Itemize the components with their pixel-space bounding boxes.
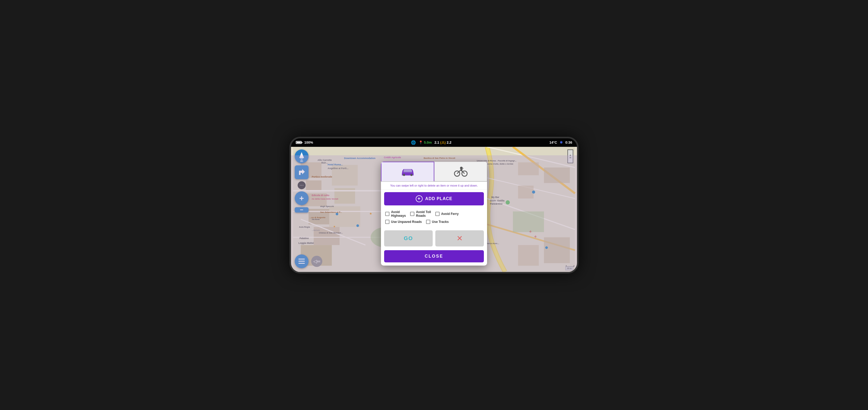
checkbox-unpaved-roads[interactable] <box>385 220 390 224</box>
checkbox-avoid-ferry[interactable] <box>435 212 440 216</box>
action-buttons: GO ✕ <box>384 230 484 246</box>
phone-frame: 100% 🌐 📍 5.0m 2.1 (⚠) 2.2 14°C ✱ 0:36 <box>289 137 579 274</box>
option-avoid-ferry[interactable]: Avoid Ferry <box>435 212 459 216</box>
speed-display: 2.1 (⚠) 2.2 <box>435 140 452 144</box>
go-button[interactable]: GO <box>384 230 433 246</box>
cancel-x-icon: ✕ <box>457 234 463 243</box>
battery-icon <box>296 141 302 144</box>
option-avoid-highways[interactable]: AvoidHighways <box>385 210 406 217</box>
bike-icon <box>453 166 469 177</box>
status-bar: 100% 🌐 📍 5.0m 2.1 (⚠) 2.2 14°C ✱ 0:36 <box>291 138 577 147</box>
add-place-plus-icon: + <box>416 195 423 202</box>
car-icon <box>400 166 416 178</box>
status-left: 100% <box>296 140 313 144</box>
gps-indicator: 📍 5.0m <box>418 140 432 144</box>
checkbox-use-tracks[interactable] <box>426 220 430 224</box>
route-planner-modal: You can swipe left or right to delete an… <box>381 162 487 266</box>
add-place-button[interactable]: + ADD PLACE <box>384 192 484 205</box>
cancel-button[interactable]: ✕ <box>435 230 484 246</box>
battery-percent: 100% <box>304 140 313 144</box>
svg-point-44 <box>460 167 463 169</box>
option-unpaved-roads[interactable]: Use Unpaved Roads <box>385 220 422 224</box>
option-use-tracks[interactable]: Use Tracks <box>426 220 448 224</box>
bluetooth-icon: ✱ <box>560 140 563 144</box>
map-background: ★ ★ ✕ ✕ Alle CarretteBair... Downtown Ac… <box>291 147 577 272</box>
time-display: 0:36 <box>565 140 572 144</box>
route-options: AvoidHighways Avoid TollRoads Avoid Ferr… <box>381 208 487 228</box>
checkbox-avoid-highways[interactable] <box>385 212 390 216</box>
svg-rect-41 <box>403 171 412 172</box>
tab-bike[interactable] <box>434 162 487 181</box>
svg-rect-39 <box>403 174 405 176</box>
tab-car[interactable] <box>381 162 434 181</box>
checkbox-avoid-toll[interactable] <box>410 212 414 216</box>
status-center: 🌐 📍 5.0m 2.1 (⚠) 2.2 <box>411 140 451 145</box>
swipe-hint: You can swipe left or right to delete an… <box>381 182 487 190</box>
options-row-1: AvoidHighways Avoid TollRoads Avoid Ferr… <box>385 210 483 217</box>
transport-tabs <box>381 162 487 182</box>
svg-rect-40 <box>410 174 412 176</box>
options-row-2: Use Unpaved Roads Use Tracks <box>385 220 483 224</box>
close-button[interactable]: CLOSE <box>384 250 484 262</box>
status-right: 14°C ✱ 0:36 <box>549 140 572 144</box>
option-avoid-toll[interactable]: Avoid TollRoads <box>410 210 431 217</box>
temperature-display: 14°C <box>549 140 557 144</box>
modal-overlay: You can swipe left or right to delete an… <box>291 155 577 272</box>
globe-icon: 🌐 <box>411 140 416 145</box>
